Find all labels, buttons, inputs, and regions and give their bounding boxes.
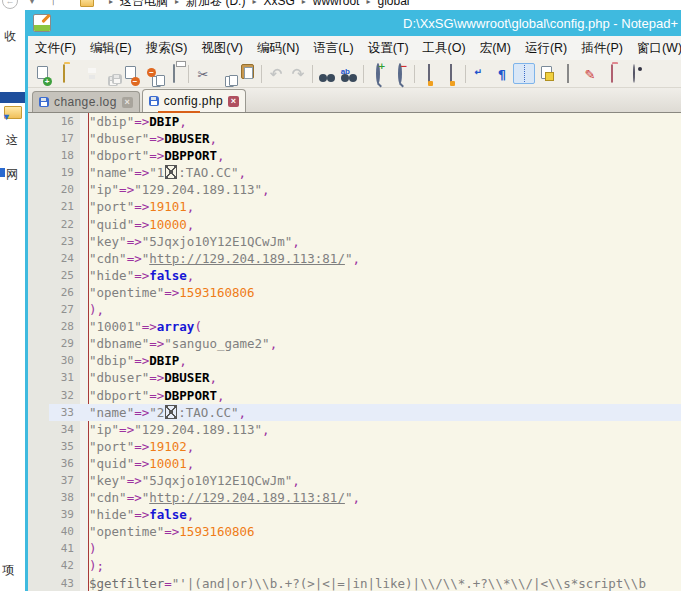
code-line[interactable]: 19"name"=>"1:TAO.CC", (28, 164, 681, 181)
code-text[interactable]: "name"=>"2:TAO.CC", (49, 404, 681, 421)
new-file-button[interactable]: + (31, 63, 53, 84)
code-text[interactable]: "cdn"=>"http://129.204.189.113:81/", (49, 489, 681, 506)
line-number[interactable]: 23 (28, 233, 80, 250)
code-line[interactable]: 16"dbip"=>DBIP, (28, 113, 681, 130)
explorer-nav-fragment-network[interactable]: 网 (6, 166, 18, 183)
code-line[interactable]: 25"hide"=>false, (28, 267, 681, 284)
code-line[interactable]: 30"dbip"=>DBIP, (28, 352, 681, 369)
code-text[interactable]: ), (49, 301, 681, 318)
code-text[interactable]: "quid"=>10001, (49, 455, 681, 472)
code-text[interactable]: "dbuser"=>DBUSER, (49, 369, 681, 386)
code-line[interactable]: 20"ip"=>"129.204.189.113", (28, 181, 681, 198)
breadcrumb-item[interactable]: XxSG (263, 0, 294, 8)
code-text[interactable]: "cdn"=>"http://129.204.189.113:81/", (49, 250, 681, 267)
line-number[interactable]: 34 (28, 421, 80, 438)
line-number[interactable]: 16 (28, 113, 80, 130)
code-line[interactable]: 36"quid"=>10001, (28, 455, 681, 472)
code-text[interactable]: "opentime"=>1593160806 (49, 523, 681, 540)
line-number[interactable]: 33 (28, 404, 80, 421)
indent-guide-button[interactable] (513, 63, 535, 84)
code-text[interactable]: "key"=>"5Jqxjo10Y12E1QCwJm", (49, 233, 681, 250)
line-number[interactable]: 25 (28, 267, 80, 284)
code-line[interactable]: 22"quid"=>10000, (28, 216, 681, 233)
copy-button[interactable] (214, 63, 236, 84)
code-text[interactable]: $getfilter="'|(and|or)\\b.+?(>|<|=|in|li… (49, 575, 681, 591)
menu-item[interactable]: 运行(R) (518, 36, 574, 60)
line-number[interactable]: 28 (28, 318, 80, 335)
line-number[interactable]: 35 (28, 438, 80, 455)
save-all-button[interactable] (97, 63, 119, 84)
print-button[interactable] (163, 63, 185, 84)
edit-macro-button[interactable]: ✎ (579, 63, 601, 84)
line-number[interactable]: 17 (28, 130, 80, 147)
find-button[interactable] (316, 63, 338, 84)
code-text[interactable]: "port"=>19102, (49, 438, 681, 455)
line-number[interactable]: 30 (28, 352, 80, 369)
code-text[interactable]: "dbport"=>DBPPORT, (49, 147, 681, 164)
line-number[interactable]: 27 (28, 301, 80, 318)
code-text[interactable]: "name"=>"1:TAO.CC", (49, 164, 681, 181)
line-number[interactable]: 41 (28, 540, 80, 557)
redo-button[interactable]: ↷ (287, 63, 309, 84)
back-button-icon[interactable]: ← (2, 0, 18, 9)
code-line[interactable]: 23"key"=>"5Jqxjo10Y12E1QCwJm", (28, 233, 681, 250)
code-text[interactable]: "dbuser"=>DBUSER, (49, 130, 681, 147)
monitoring-button[interactable] (623, 63, 645, 84)
code-line[interactable]: 37"key"=>"5Jqxjo10Y12E1QCwJm", (28, 472, 681, 489)
sync-vertical-button[interactable] (418, 63, 440, 84)
explorer-nav-fragment-favorites[interactable]: 收 (4, 28, 16, 45)
line-number[interactable]: 38 (28, 489, 80, 506)
menu-item[interactable]: 文件(F) (28, 36, 83, 60)
tab-config-php[interactable]: config.php× (142, 89, 246, 112)
explorer-nav-fragment-thispc[interactable]: 这 (6, 132, 18, 149)
code-text[interactable]: "ip"=>"129.204.189.113", (49, 421, 681, 438)
code-line[interactable]: 35"port"=>19102, (28, 438, 681, 455)
tab-change-log[interactable]: change.log× (32, 91, 140, 112)
undo-button[interactable]: ↶ (265, 63, 287, 84)
code-line[interactable]: 39"hide"=>false, (28, 506, 681, 523)
line-number[interactable]: 39 (28, 506, 80, 523)
code-line[interactable]: 21"port"=>19101, (28, 198, 681, 215)
menu-item[interactable]: 插件(P) (574, 36, 630, 60)
menu-item[interactable]: 宏(M) (473, 36, 518, 60)
code-editor[interactable]: 16"dbip"=>DBIP,17"dbuser"=>DBUSER,18"dbp… (28, 113, 681, 591)
menu-item[interactable]: 搜索(S) (139, 36, 195, 60)
line-number[interactable]: 24 (28, 250, 80, 267)
code-line[interactable]: 29"dbname"=>"sanguo_game2", (28, 335, 681, 352)
code-line[interactable]: 28"10001"=>array( (28, 318, 681, 335)
replace-button[interactable]: ab (338, 63, 360, 84)
code-line[interactable]: 31"dbuser"=>DBUSER, (28, 369, 681, 386)
line-number[interactable]: 43 (28, 575, 80, 591)
code-line[interactable]: 24"cdn"=>"http://129.204.189.113:81/", (28, 250, 681, 267)
code-line[interactable]: 27), (28, 301, 681, 318)
code-text[interactable]: ); (49, 557, 681, 574)
line-number[interactable]: 19 (28, 164, 80, 181)
code-text[interactable]: "10001"=>array( (49, 318, 681, 335)
code-text[interactable]: "dbip"=>DBIP, (49, 352, 681, 369)
code-text[interactable]: ) (49, 540, 681, 557)
menu-item[interactable]: 视图(V) (194, 36, 250, 60)
code-line[interactable]: 17"dbuser"=>DBUSER, (28, 130, 681, 147)
code-text[interactable]: "port"=>19101, (49, 198, 681, 215)
folder-workspace-button[interactable] (601, 63, 623, 84)
code-text[interactable]: "dbname"=>"sanguo_game2", (49, 335, 681, 352)
line-number[interactable]: 18 (28, 147, 80, 164)
menu-item[interactable]: 编辑(E) (83, 36, 139, 60)
line-number[interactable]: 42 (28, 557, 80, 574)
code-text[interactable]: "key"=>"5Jqxjo10Y12E1QCwJm", (49, 472, 681, 489)
up-arrow-icon[interactable]: ↑ (50, 0, 56, 8)
close-tab-icon[interactable]: × (228, 96, 239, 107)
sync-horizontal-button[interactable] (440, 63, 462, 84)
code-text[interactable]: "hide"=>false, (49, 506, 681, 523)
open-file-button[interactable] (53, 63, 75, 84)
line-number[interactable]: 22 (28, 216, 80, 233)
line-number[interactable]: 26 (28, 284, 80, 301)
code-line[interactable]: 38"cdn"=>"http://129.204.189.113:81/", (28, 489, 681, 506)
breadcrumb-item[interactable]: wwwroot (313, 0, 360, 8)
menu-item[interactable]: 工具(O) (416, 36, 473, 60)
cut-button[interactable]: ✂ (192, 63, 214, 84)
close-tab-icon[interactable]: × (122, 97, 133, 108)
zoom-in-button[interactable]: + (367, 63, 389, 84)
code-text[interactable]: "quid"=>10000, (49, 216, 681, 233)
line-number[interactable]: 31 (28, 369, 80, 386)
